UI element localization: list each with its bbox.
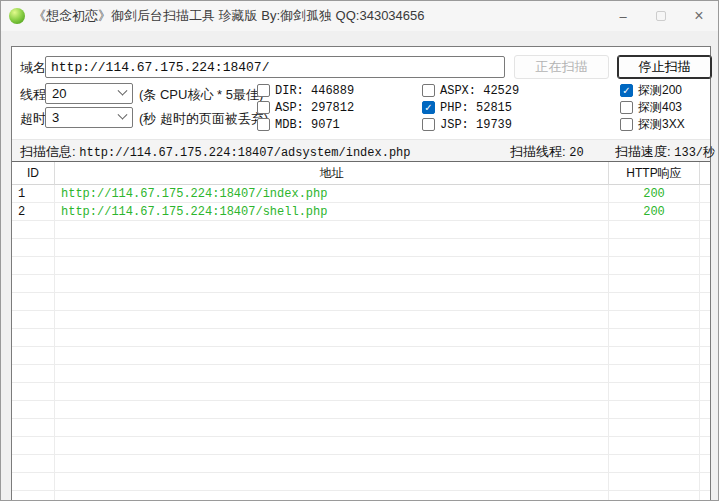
table-row	[12, 311, 710, 329]
checkbox-icon[interactable]	[257, 84, 270, 97]
table-row	[12, 257, 710, 275]
row-url	[55, 491, 609, 501]
row-http-status	[609, 221, 700, 239]
checkbox-item[interactable]: ASPX: 42529	[422, 84, 519, 97]
scan-threads-value: 20	[569, 146, 583, 160]
row-spacer	[700, 221, 710, 239]
table-row	[12, 221, 710, 239]
window-title: 《想念初恋》御剑后台扫描工具 珍藏版 By:御剑孤独 QQ:343034656	[33, 7, 425, 25]
row-url	[55, 419, 609, 437]
row-spacer	[700, 239, 710, 257]
checkbox-icon[interactable]	[257, 101, 270, 114]
row-spacer	[700, 293, 710, 311]
checkbox-icon[interactable]	[620, 101, 633, 114]
checkbox-item[interactable]: JSP: 19739	[422, 118, 519, 131]
row-http-status	[609, 311, 700, 329]
row-spacer	[700, 311, 710, 329]
scanning-button: 正在扫描	[514, 55, 609, 79]
row-spacer	[700, 365, 710, 383]
row-id	[12, 401, 55, 419]
domain-input[interactable]	[45, 56, 505, 78]
row-url	[55, 383, 609, 401]
row-spacer	[700, 419, 710, 437]
row-http-status	[609, 401, 700, 419]
title-bar: 《想念初恋》御剑后台扫描工具 珍藏版 By:御剑孤独 QQ:343034656 …	[1, 1, 718, 31]
minimize-icon[interactable]: –	[604, 1, 642, 31]
checkbox-label: JSP: 19739	[440, 118, 512, 132]
table-row	[12, 365, 710, 383]
row-http-status	[609, 257, 700, 275]
row-id	[12, 347, 55, 365]
chevron-down-icon	[118, 110, 128, 120]
checkbox-label: MDB: 9071	[275, 118, 340, 132]
scan-info-label: 扫描信息:	[20, 144, 76, 159]
stop-scan-button[interactable]: 停止扫描	[617, 55, 712, 79]
row-url	[55, 221, 609, 239]
close-icon[interactable]: ×	[680, 1, 718, 31]
scan-speed-label: 扫描速度:	[615, 144, 671, 159]
scan-speed-value: 133/秒	[674, 146, 715, 160]
table-row	[12, 383, 710, 401]
table-row	[12, 419, 710, 437]
table-row	[12, 293, 710, 311]
row-id	[12, 419, 55, 437]
checkbox-item[interactable]: 探测3XX	[620, 118, 685, 131]
checkbox-item[interactable]: MDB: 9071	[257, 118, 354, 131]
row-url: http://114.67.175.224:18407/index.php	[55, 185, 609, 203]
checkbox-item[interactable]: ✓探测200	[620, 84, 685, 97]
row-url	[55, 239, 609, 257]
checkbox-icon[interactable]	[620, 118, 633, 131]
row-id	[12, 239, 55, 257]
table-row	[12, 491, 710, 501]
row-spacer	[700, 257, 710, 275]
row-url	[55, 455, 609, 473]
row-url	[55, 293, 609, 311]
checkbox-item[interactable]: DIR: 446889	[257, 84, 354, 97]
row-http-status	[609, 239, 700, 257]
row-id	[12, 221, 55, 239]
row-http-status: 200	[609, 185, 700, 203]
row-url	[55, 311, 609, 329]
row-http-status	[609, 437, 700, 455]
checkbox-checked-icon[interactable]: ✓	[620, 84, 633, 97]
row-url	[55, 257, 609, 275]
dict-group-1: DIR: 446889ASP: 297812MDB: 9071	[257, 84, 354, 131]
row-http-status	[609, 473, 700, 491]
row-spacer	[700, 185, 710, 203]
threads-value: 20	[52, 86, 66, 101]
checkbox-label: ASPX: 42529	[440, 84, 519, 98]
checkbox-label: ASP: 297812	[275, 101, 354, 115]
header-id[interactable]: ID	[12, 162, 55, 185]
checkbox-item[interactable]: ASP: 297812	[257, 101, 354, 114]
scan-info: 扫描信息: http://114.67.175.224:18407/adsyst…	[20, 143, 411, 161]
timeout-select[interactable]: 3	[45, 107, 133, 128]
row-url	[55, 365, 609, 383]
row-http-status	[609, 347, 700, 365]
table-row	[12, 329, 710, 347]
row-url	[55, 437, 609, 455]
detect-group: ✓探测200探测403探测3XX	[620, 84, 685, 131]
checkbox-icon[interactable]	[422, 118, 435, 131]
checkbox-checked-icon[interactable]: ✓	[422, 101, 435, 114]
table-row[interactable]: 1http://114.67.175.224:18407/index.php20…	[12, 185, 710, 203]
row-spacer	[700, 275, 710, 293]
table-row	[12, 455, 710, 473]
app-icon	[9, 8, 25, 24]
timeout-value: 3	[52, 110, 59, 125]
row-id	[12, 311, 55, 329]
header-address[interactable]: 地址	[55, 162, 609, 185]
table-header: ID 地址 HTTP响应	[12, 162, 710, 185]
scan-threads-label: 扫描线程:	[510, 144, 566, 159]
table-row[interactable]: 2http://114.67.175.224:18407/shell.php20…	[12, 203, 710, 221]
checkbox-icon[interactable]	[257, 118, 270, 131]
row-spacer	[700, 203, 710, 221]
checkbox-item[interactable]: 探测403	[620, 101, 685, 114]
header-http-response[interactable]: HTTP响应	[609, 162, 700, 185]
maximize-icon	[642, 1, 680, 31]
row-spacer	[700, 491, 710, 501]
checkbox-item[interactable]: ✓PHP: 52815	[422, 101, 519, 114]
checkbox-label: 探测403	[638, 99, 682, 116]
checkbox-icon[interactable]	[422, 84, 435, 97]
row-http-status	[609, 419, 700, 437]
threads-select[interactable]: 20	[45, 83, 133, 104]
